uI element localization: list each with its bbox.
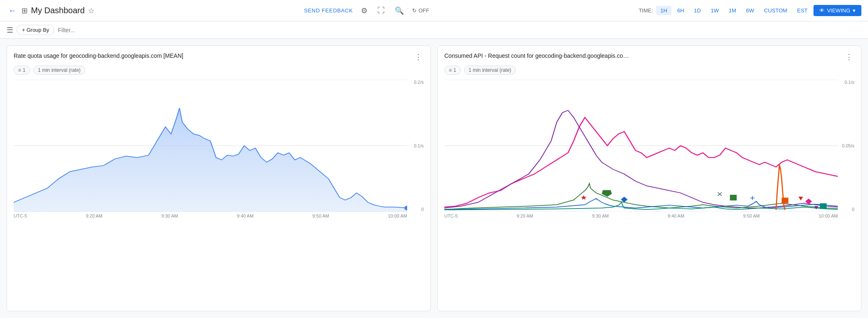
main-content: Rate quota usage for geocoding-backend.g… [0, 39, 868, 318]
chart-area-1: 0.2/s 0.1/s 0 [14, 80, 424, 212]
time-custom-button[interactable]: CUSTOM [760, 6, 791, 15]
chart-interval-chip-2[interactable]: 1 min interval (rate) [464, 66, 516, 75]
group-by-button[interactable]: + Group By [17, 25, 55, 35]
filter-icon-1: ≡ [18, 67, 21, 73]
y-axis-mid-1: 0.1/s [414, 143, 424, 148]
chart-tags-2: ≡ 1 1 min interval (rate) [444, 66, 854, 75]
time-1m-button[interactable]: 1M [725, 6, 740, 15]
refresh-label: OFF [418, 7, 429, 14]
search-icon[interactable]: 🔍 [393, 5, 406, 17]
header-left: ← ⊞ My Dashboard ☆ [7, 4, 95, 17]
filter-count-2: 1 [453, 67, 456, 73]
chart-wrapper-1: 0.2/s 0.1/s 0 UTC-5 9:20 AM 9:30 AM 9:40… [14, 80, 424, 218]
svg-marker-15 [799, 197, 803, 200]
viewing-label: VIEWING [827, 7, 850, 14]
chart-area-2: ★ ✕ + [444, 80, 854, 212]
time-6w-button[interactable]: 6W [742, 6, 759, 15]
x-label-2: 9:30 AM [161, 213, 178, 218]
x-label-3-c2: 9:40 AM [668, 213, 684, 218]
x-label-5-c2: 10:00 AM [818, 213, 837, 218]
svg-text:★: ★ [580, 194, 587, 201]
time-6h-button[interactable]: 6H [673, 6, 688, 15]
dropdown-arrow-icon: ▾ [853, 7, 856, 14]
chart-interval-chip-1[interactable]: 1 min interval (rate) [33, 66, 85, 75]
svg-rect-12 [730, 195, 737, 201]
x-label-0-c2: UTC-5 [444, 213, 458, 218]
x-label-1-c2: 9:20 AM [517, 213, 533, 218]
x-axis-1: UTC-5 9:20 AM 9:30 AM 9:40 AM 9:50 AM 10… [14, 212, 424, 218]
chart-svg-1 [14, 80, 407, 212]
star-icon[interactable]: ☆ [88, 6, 95, 15]
timezone-button[interactable]: EST [793, 6, 811, 15]
svg-rect-14 [782, 198, 788, 204]
chart-more-button-1[interactable]: ⋮ [413, 52, 424, 62]
svg-text:✕: ✕ [716, 191, 723, 198]
eye-icon: 👁 [819, 7, 825, 14]
x-label-5: 10:00 AM [388, 213, 407, 218]
x-label-4: 9:50 AM [313, 213, 329, 218]
chart-wrapper-2: ★ ✕ + [444, 80, 854, 218]
x-axis-2: UTC-5 9:20 AM 9:30 AM 9:40 AM 9:50 AM 10… [444, 212, 854, 218]
chart-card-2: Consumed API - Request count for geocodi… [437, 45, 861, 311]
filter-input[interactable] [58, 27, 861, 33]
y-axis-bottom-1: 0 [421, 207, 424, 212]
svg-text:+: + [750, 194, 755, 202]
x-label-2-c2: 9:30 AM [592, 213, 609, 218]
header: ← ⊞ My Dashboard ☆ SEND FEEDBACK ⚙ ⛶ 🔍 ↻… [0, 0, 868, 21]
refresh-icon: ↻ [412, 7, 417, 14]
x-label-1: 9:20 AM [86, 213, 102, 218]
chart-filter-chip-2[interactable]: ≡ 1 [444, 66, 461, 75]
interval-label-2: 1 min interval (rate) [469, 67, 511, 73]
time-label: TIME: [639, 7, 653, 14]
fullscreen-icon[interactable]: ⛶ [376, 5, 387, 17]
chart-filter-chip-1[interactable]: ≡ 1 [14, 66, 30, 75]
interval-label-1: 1 min interval (rate) [38, 67, 81, 73]
header-center: SEND FEEDBACK ⚙ ⛶ 🔍 ↻ OFF [98, 5, 636, 17]
chart-header-1: Rate quota usage for geocoding-backend.g… [14, 52, 424, 62]
menu-icon[interactable]: ☰ [7, 26, 13, 35]
svg-rect-18 [820, 203, 826, 209]
chart-svg-2: ★ ✕ + [444, 80, 838, 212]
y-axis-bottom-2: 0 [852, 207, 854, 212]
y-axis-mid-2: 0.05/s [842, 143, 854, 148]
dashboard-title: My Dashboard [31, 6, 85, 15]
chart-title-1: Rate quota usage for geocoding-backend.g… [14, 52, 413, 59]
filter-icon-2: ≡ [449, 67, 452, 73]
time-1w-button[interactable]: 1W [707, 6, 723, 15]
back-button[interactable]: ← [7, 4, 18, 17]
filter-count-1: 1 [23, 67, 26, 73]
time-1h-button[interactable]: 1H [656, 6, 671, 15]
toolbar: ☰ + Group By [0, 21, 868, 39]
settings-icon[interactable]: ⚙ [359, 5, 369, 17]
refresh-toggle[interactable]: ↻ OFF [412, 7, 429, 14]
dashboard-icon[interactable]: ⊞ [21, 6, 28, 15]
time-1d-button[interactable]: 1D [690, 6, 705, 15]
chart-card-1: Rate quota usage for geocoding-backend.g… [7, 45, 431, 311]
y-axis-top-2: 0.1/s [844, 80, 854, 85]
chart-title-2: Consumed API - Request count for geocodi… [444, 52, 844, 59]
chart-tags-1: ≡ 1 1 min interval (rate) [14, 66, 424, 75]
viewing-button[interactable]: 👁 VIEWING ▾ [813, 5, 861, 16]
header-right: TIME: 1H 6H 1D 1W 1M 6W CUSTOM EST 👁 VIE… [639, 5, 861, 16]
svg-marker-3 [14, 108, 407, 212]
chart-header-2: Consumed API - Request count for geocodi… [444, 52, 854, 62]
group-by-label: + Group By [22, 27, 49, 33]
x-label-3: 9:40 AM [237, 213, 254, 218]
chart-more-button-2[interactable]: ⋮ [844, 52, 854, 62]
x-label-4-c2: 9:50 AM [743, 213, 760, 218]
x-label-0: UTC-5 [14, 213, 27, 218]
y-axis-top-1: 0.2/s [414, 80, 424, 85]
send-feedback-button[interactable]: SEND FEEDBACK [304, 7, 353, 14]
